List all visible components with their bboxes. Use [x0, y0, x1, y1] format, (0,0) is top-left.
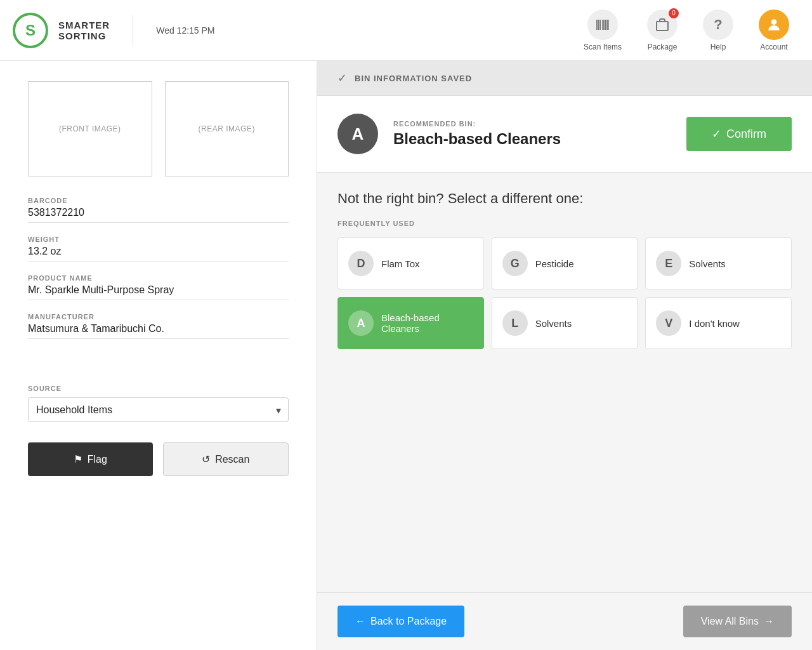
view-all-arrow-icon: → [764, 616, 774, 627]
bin-letter: G [502, 251, 528, 276]
help-icon: ? [703, 10, 733, 40]
account-button[interactable]: Account [749, 4, 799, 56]
header-actions: Scan Items 0 Package ? Help Account [573, 4, 799, 56]
bin-name: I don't know [689, 318, 740, 329]
bin-name: Solvents [689, 258, 726, 269]
alternatives-title: Not the right bin? Select a different on… [337, 190, 792, 207]
scan-items-label: Scan Items [584, 43, 622, 51]
view-all-bins-button[interactable]: View All Bins → [683, 606, 792, 637]
bin-card[interactable]: ESolvents [645, 237, 792, 289]
svg-rect-8 [606, 20, 608, 30]
bin-letter: A [348, 310, 374, 336]
flag-button[interactable]: ⚑ Flag [28, 442, 153, 476]
alternatives-area: Not the right bin? Select a different on… [317, 173, 812, 592]
source-field: SOURCE Household Items [28, 372, 289, 422]
account-icon [759, 10, 789, 40]
bin-letter: D [348, 251, 374, 276]
source-select[interactable]: Household Items [28, 397, 289, 422]
right-panel: ✓ BIN INFORMATION SAVED A RECOMMENDED BI… [317, 61, 812, 650]
svg-rect-5 [602, 20, 603, 30]
flag-icon: ⚑ [74, 453, 82, 465]
package-button[interactable]: 0 Package [637, 4, 688, 56]
source-select-wrapper: Household Items [28, 397, 289, 422]
bin-saved-text: BIN INFORMATION SAVED [355, 74, 472, 83]
weight-field: WEIGHT 13.2 oz [28, 235, 289, 262]
help-label: Help [710, 43, 726, 51]
header-divider [133, 15, 133, 46]
manufacturer-value: Matsumura & Tamaribuchi Co. [28, 323, 289, 339]
product-name-value: Mr. Sparkle Multi-Purpose Spray [28, 284, 289, 300]
bin-name: Flam Tox [381, 258, 420, 269]
svg-rect-3 [598, 20, 599, 30]
recommended-info: RECOMMENDED BIN: Bleach-based Cleaners [393, 120, 671, 148]
scan-items-icon [587, 10, 618, 40]
view-all-label: View All Bins [701, 616, 759, 627]
bin-card[interactable]: GPesticide [492, 237, 638, 289]
rescan-icon: ↺ [202, 453, 210, 465]
recommended-name: Bleach-based Cleaners [393, 130, 671, 148]
package-badge: 0 [669, 8, 679, 18]
recommended-area: A RECOMMENDED BIN: Bleach-based Cleaners… [317, 96, 812, 173]
product-name-field: PRODUCT NAME Mr. Sparkle Multi-Purpose S… [28, 274, 289, 300]
bin-card[interactable]: VI don't know [645, 297, 792, 349]
svg-rect-7 [605, 20, 606, 30]
images-row: (FRONT IMAGE) (REAR IMAGE) [28, 81, 289, 176]
datetime: Wed 12:15 PM [156, 25, 214, 36]
bin-name: Bleach-based Cleaners [381, 312, 473, 334]
back-arrow-icon: ← [355, 616, 365, 627]
bin-card[interactable]: LSolvents [492, 297, 638, 349]
svg-rect-6 [603, 20, 605, 30]
bottom-buttons: ⚑ Flag ↺ Rescan [28, 442, 289, 476]
help-button[interactable]: ? Help [693, 4, 743, 56]
flag-label: Flag [88, 454, 107, 465]
product-name-label: PRODUCT NAME [28, 274, 289, 282]
recommended-bin-avatar: A [337, 114, 378, 154]
svg-rect-10 [657, 22, 668, 30]
bottom-nav: ← Back to Package View All Bins → [317, 592, 812, 650]
package-icon: 0 [647, 10, 678, 40]
back-to-package-button[interactable]: ← Back to Package [337, 606, 464, 637]
front-image: (FRONT IMAGE) [28, 81, 152, 176]
main-layout: (FRONT IMAGE) (REAR IMAGE) BARCODE 53813… [0, 61, 812, 650]
bin-grid: DFlam ToxGPesticideESolventsABleach-base… [337, 237, 792, 349]
svg-rect-4 [599, 20, 601, 30]
barcode-field: BARCODE 5381372210 [28, 197, 289, 223]
rescan-label: Rescan [215, 454, 249, 465]
bin-card[interactable]: ABleach-based Cleaners [337, 297, 484, 349]
rear-image: (REAR IMAGE) [165, 81, 289, 176]
weight-label: WEIGHT [28, 235, 289, 243]
check-icon: ✓ [337, 71, 347, 85]
package-label: Package [648, 43, 678, 51]
barcode-value: 5381372210 [28, 207, 289, 223]
recommended-label: RECOMMENDED BIN: [393, 120, 671, 128]
header: S SMARTER SORTING Wed 12:15 PM Scan Item… [0, 0, 812, 61]
logo-text: SMARTER SORTING [58, 20, 110, 41]
bin-saved-bar: ✓ BIN INFORMATION SAVED [317, 61, 812, 96]
freq-used-label: FREQUENTLY USED [337, 220, 792, 227]
svg-rect-9 [608, 20, 609, 30]
source-label: SOURCE [28, 385, 289, 392]
svg-rect-2 [596, 20, 598, 30]
logo-area: S SMARTER SORTING Wed 12:15 PM [13, 13, 215, 48]
scan-items-button[interactable]: Scan Items [573, 4, 632, 56]
barcode-label: BARCODE [28, 197, 289, 204]
confirm-button[interactable]: ✓ Confirm [686, 117, 792, 151]
weight-value: 13.2 oz [28, 246, 289, 262]
bin-card[interactable]: DFlam Tox [337, 237, 484, 289]
svg-text:S: S [25, 22, 36, 39]
bin-name: Pesticide [535, 258, 574, 269]
confirm-label: Confirm [726, 128, 766, 141]
left-panel: (FRONT IMAGE) (REAR IMAGE) BARCODE 53813… [0, 61, 317, 650]
bin-name: Solvents [535, 318, 572, 329]
bin-letter: E [656, 251, 681, 276]
bin-letter: L [502, 310, 528, 336]
confirm-check-icon: ✓ [712, 127, 721, 141]
account-label: Account [760, 43, 787, 51]
back-label: Back to Package [370, 616, 447, 627]
rescan-button[interactable]: ↺ Rescan [163, 442, 289, 476]
svg-point-11 [771, 19, 777, 25]
manufacturer-field: MANUFACTURER Matsumura & Tamaribuchi Co. [28, 313, 289, 339]
bin-letter: V [656, 310, 681, 336]
logo-icon: S [13, 13, 48, 48]
manufacturer-label: MANUFACTURER [28, 313, 289, 321]
